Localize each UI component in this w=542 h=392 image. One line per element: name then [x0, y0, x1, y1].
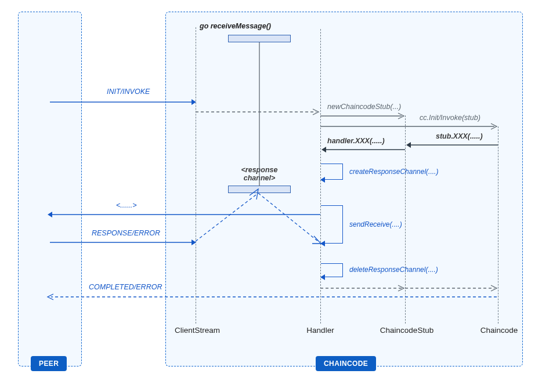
label-stub: ChaincodeStub [375, 326, 439, 335]
selfcall-delresp-head [318, 273, 326, 281]
svg-marker-6 [406, 142, 411, 148]
arrow-handlerxxx [320, 146, 406, 153]
svg-marker-9 [320, 177, 325, 183]
chaincode-badge: CHAINCODE [316, 356, 376, 371]
label-chaincode: Chaincode [476, 326, 522, 335]
peer-container [18, 12, 82, 366]
label-response-error: RESPONSE/ERROR [92, 229, 160, 237]
label-createresp: createResponseChannel(....) [349, 168, 438, 176]
dash-resp-to-handler [258, 193, 328, 248]
arrow-newstub [320, 112, 407, 119]
svg-marker-17 [320, 274, 325, 280]
arrow-init-invoke [50, 99, 195, 106]
label-sendrecv: sendReceive(....) [349, 220, 402, 228]
dash-response-to-channel [196, 191, 265, 245]
svg-marker-8 [321, 147, 326, 153]
label-clientstream: ClientStream [174, 326, 221, 335]
peer-badge: PEER [31, 356, 67, 371]
label-goreceive: go receiveMessage() [200, 22, 271, 30]
selfcall-sendrecv-head [318, 239, 326, 248]
label-stubxxx: stub.XXX(.....) [436, 132, 483, 140]
label-handler: Handler [303, 326, 338, 335]
arrow-return-stub [320, 285, 407, 292]
arrow-ccinit [320, 123, 500, 130]
label-handlerxxx: handler.XXX(.....) [327, 137, 385, 145]
lifeline-clientstream [196, 27, 196, 324]
arrow-dots-return [46, 211, 323, 218]
selfcall-createresp-head [318, 176, 326, 184]
svg-marker-14 [320, 241, 325, 246]
activation-goreceive [228, 35, 291, 42]
label-completed: COMPLETED/ERROR [89, 283, 162, 291]
arrow-completed [46, 293, 499, 300]
arrow-return-cc [405, 285, 499, 292]
svg-line-11 [196, 195, 256, 241]
goroutine-span [259, 42, 260, 186]
label-newstub: newChaincodeStub(...) [327, 103, 401, 111]
label-delresp: deleteResponseChannel(....) [349, 266, 438, 274]
arrow-response-error [50, 239, 195, 246]
arrow-stubxxx [405, 141, 499, 148]
label-dots: <......> [116, 201, 136, 209]
selfcall-sendrecv [321, 205, 343, 244]
chaincode-container [165, 12, 523, 366]
label-init-invoke: INIT/INVOKE [107, 88, 150, 96]
svg-marker-13 [48, 212, 52, 217]
label-ccinit: cc.Init/Invoke(stub) [420, 114, 480, 122]
